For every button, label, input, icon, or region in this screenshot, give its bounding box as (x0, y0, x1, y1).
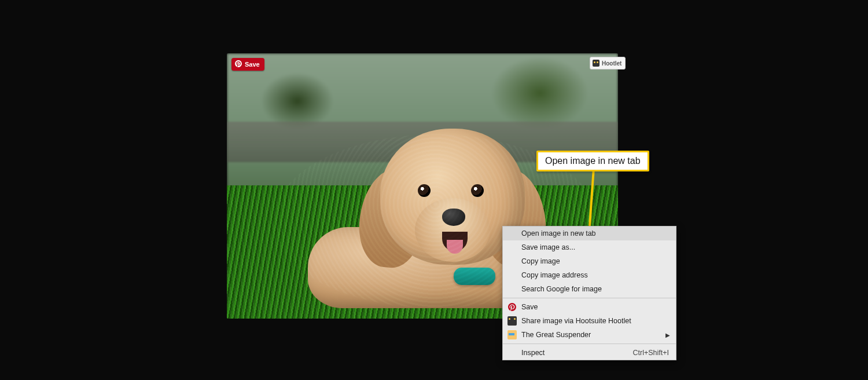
hootlet-icon (507, 316, 517, 326)
menu-copy-image[interactable]: Copy image (503, 254, 676, 268)
menu-great-suspender[interactable]: The Great Suspender ▶ (503, 328, 676, 342)
context-menu: Open image in new tab Save image as... C… (502, 226, 676, 360)
suspender-icon (507, 330, 517, 339)
menu-item-label: Save image as... (521, 243, 575, 251)
menu-separator (503, 344, 676, 344)
menu-copy-image-address[interactable]: Copy image address (503, 268, 676, 282)
menu-search-google-for-image[interactable]: Search Google for image (503, 282, 676, 296)
pinterest-save-label: Save (245, 61, 260, 68)
hootlet-icon (593, 60, 599, 67)
menu-item-shortcut: Ctrl+Shift+I (632, 349, 669, 357)
pinterest-save-button[interactable]: Save (231, 58, 264, 71)
menu-separator (503, 298, 676, 298)
submenu-arrow-icon: ▶ (665, 332, 670, 338)
menu-item-label: Copy image (521, 257, 560, 265)
menu-hootsuite-share[interactable]: Share image via Hootsuite Hootlet (503, 314, 676, 328)
hootlet-button[interactable]: Hootlet (590, 57, 626, 70)
menu-item-label: Inspect (521, 349, 545, 357)
hootlet-label: Hootlet (602, 60, 621, 67)
menu-item-label: Search Google for image (521, 285, 602, 293)
menu-item-label: Copy image address (521, 271, 588, 279)
menu-item-label: The Great Suspender (521, 331, 591, 339)
menu-save-image-as[interactable]: Save image as... (503, 240, 676, 254)
pinterest-icon (507, 302, 517, 312)
pinterest-icon (235, 60, 242, 68)
menu-pinterest-save[interactable]: Save (503, 300, 676, 314)
menu-open-image-new-tab[interactable]: Open image in new tab (503, 226, 676, 240)
menu-inspect[interactable]: Inspect Ctrl+Shift+I (503, 346, 676, 360)
menu-item-label: Save (521, 303, 538, 311)
menu-item-label: Open image in new tab (521, 229, 596, 237)
menu-item-label: Share image via Hootsuite Hootlet (521, 317, 631, 325)
callout-label: Open image in new tab (536, 151, 649, 171)
